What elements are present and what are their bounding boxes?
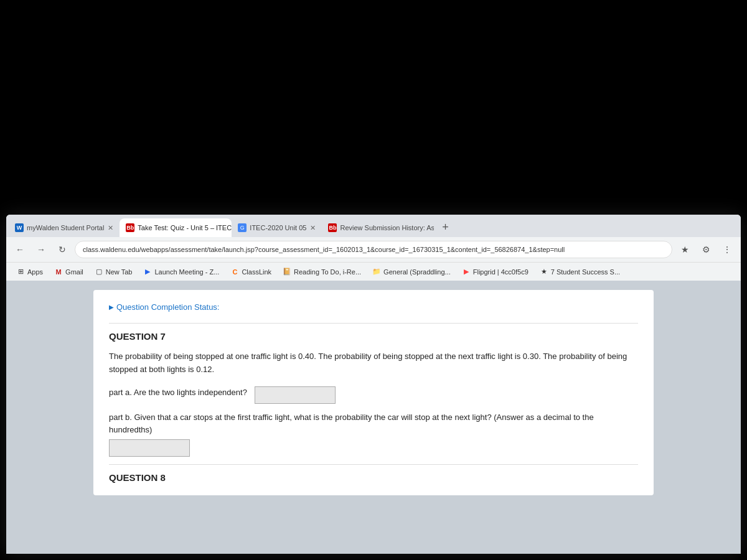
bookmark-gmail[interactable]: M Gmail [49, 266, 88, 278]
part-a-label: part a. Are the two lights independent? [109, 386, 247, 399]
forward-button[interactable]: → [32, 241, 50, 258]
tab-walden[interactable]: W myWalden Student Portal ✕ [9, 218, 120, 237]
bookmark-launch-label: Launch Meeting - Z... [154, 268, 219, 276]
bookmark-classlink-label: ClassLink [242, 268, 271, 276]
question-part-a: part a. Are the two lights independent? [109, 386, 638, 404]
bookmark-gmail-label: Gmail [65, 268, 83, 276]
classlink-icon: C [230, 268, 239, 276]
page-content: Question Completion Status: QUESTION 7 T… [6, 281, 741, 554]
bookmark-apps[interactable]: ⊞ Apps [11, 266, 48, 278]
menu-button[interactable]: ⋮ [718, 241, 736, 258]
general-icon: 📁 [372, 268, 381, 276]
bookmark-reading[interactable]: 📔 Reading To Do, i-Re... [278, 266, 366, 278]
bookmark-reading-label: Reading To Do, i-Re... [294, 268, 361, 276]
bookmark-flipgrid[interactable]: ▶ Flipgrid | 4cc0f5c9 [457, 266, 533, 278]
bookmark-student7[interactable]: ★ 7 Student Success S... [535, 266, 625, 278]
bookmark-launch[interactable]: ▶ Launch Meeting - Z... [138, 266, 224, 278]
tab-itec-label: ITEC-2020 Unit 05 [250, 224, 306, 231]
divider-1 [109, 323, 638, 324]
walden-favicon: W [15, 223, 24, 232]
question-8-heading: QUESTION 8 [109, 472, 638, 483]
tab-itec-close[interactable]: ✕ [310, 224, 316, 232]
tab-quiz-label: Take Test: Quiz - Unit 5 – ITEC-20 [138, 224, 232, 231]
reading-icon: 📔 [283, 268, 291, 276]
review-favicon: Bb [328, 223, 337, 232]
gmail-icon: M [54, 268, 63, 276]
apps-icon: ⊞ [16, 268, 25, 276]
bookmark-newtab[interactable]: ▢ New Tab [90, 266, 138, 278]
question-text: The probability of being stopped at one … [109, 350, 638, 376]
tab-walden-label: myWalden Student Portal [27, 224, 104, 231]
part-a-answer-box[interactable] [255, 386, 336, 404]
extensions-button[interactable]: ⚙ [697, 241, 715, 258]
tab-itec[interactable]: G ITEC-2020 Unit 05 ✕ [232, 218, 322, 237]
flipgrid-icon: ▶ [462, 268, 471, 276]
address-bar-row: ← → ↻ ★ ⚙ ⋮ [6, 237, 741, 262]
divider-2 [109, 464, 638, 465]
bookmark-classlink[interactable]: C ClassLink [225, 266, 276, 278]
launch-icon: ▶ [143, 268, 152, 276]
tab-review-label: Review Submission History: Assi: [340, 224, 434, 231]
refresh-button[interactable]: ↻ [54, 241, 71, 258]
itec-favicon: G [238, 223, 247, 232]
student7-icon: ★ [540, 268, 548, 276]
tab-bar: W myWalden Student Portal ✕ Bb Take Test… [6, 215, 741, 237]
tab-quiz[interactable]: Bb Take Test: Quiz - Unit 5 – ITEC-20 ✕ [120, 218, 232, 237]
tab-review[interactable]: Bb Review Submission History: Assi: ✕ [322, 218, 434, 237]
browser-window: W myWalden Student Portal ✕ Bb Take Test… [6, 215, 741, 554]
back-button[interactable]: ← [11, 241, 29, 258]
question-completion-text: Question Completion Status: [116, 302, 219, 312]
question-completion-status[interactable]: Question Completion Status: [109, 302, 638, 312]
bookmark-general-label: General (Spraddling... [383, 268, 451, 276]
bookmarks-bar: ⊞ Apps M Gmail ▢ New Tab ▶ Launch Meetin… [6, 262, 741, 281]
bookmark-newtab-label: New Tab [106, 268, 133, 276]
question-part-b: part b. Given that a car stops at the fi… [109, 411, 638, 457]
bookmark-student7-label: 7 Student Success S... [551, 268, 620, 276]
address-input[interactable] [75, 241, 672, 258]
part-b-answer-box[interactable] [109, 439, 190, 457]
question-number: QUESTION 7 [109, 331, 638, 342]
quiz-container: Question Completion Status: QUESTION 7 T… [93, 290, 654, 495]
newtab-icon: ▢ [95, 268, 103, 276]
bookmark-flipgrid-label: Flipgrid | 4cc0f5c9 [473, 268, 529, 276]
tab-walden-close[interactable]: ✕ [108, 224, 113, 232]
part-b-label: part b. Given that a car stops at the fi… [109, 413, 594, 435]
bookmark-apps-label: Apps [27, 268, 43, 276]
new-tab-button[interactable]: + [436, 218, 454, 236]
bookmark-star[interactable]: ★ [676, 241, 693, 258]
bookmark-general[interactable]: 📁 General (Spraddling... [367, 266, 456, 278]
quiz-favicon: Bb [126, 223, 134, 232]
